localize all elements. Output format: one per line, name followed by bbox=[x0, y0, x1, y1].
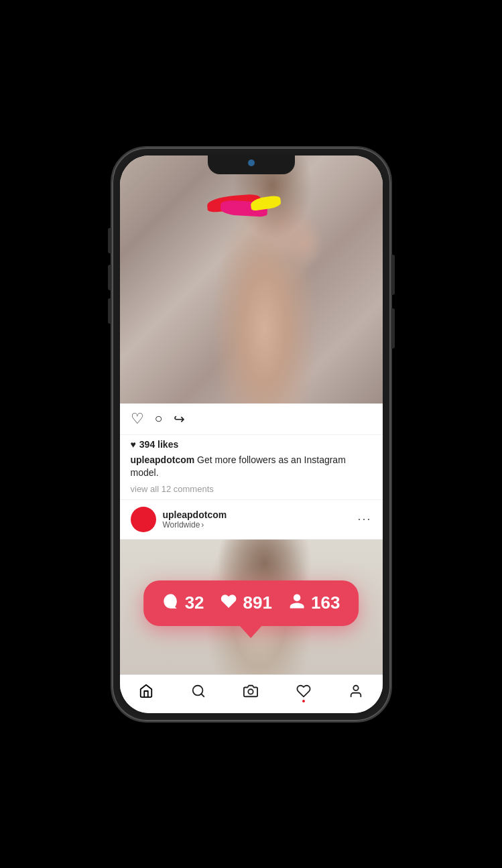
user-avatar bbox=[131, 507, 156, 532]
action-bar: ♡ ○ ↪ bbox=[120, 404, 383, 435]
bubble-heart-icon bbox=[221, 593, 238, 614]
nav-search-button[interactable] bbox=[191, 684, 206, 698]
likes-count: ♥ 394 likes bbox=[131, 439, 372, 450]
woman-figure bbox=[120, 156, 383, 404]
likes-section: ♥ 394 likes bbox=[120, 435, 383, 452]
svg-point-3 bbox=[354, 686, 359, 690]
bubble-like-item: 891 bbox=[221, 593, 272, 614]
heart-filled-icon: ♥ bbox=[131, 439, 136, 450]
post-image-top bbox=[120, 156, 383, 404]
phone-screen: ♡ ○ ↪ ♥ 394 likes upleapdotcom Get more … bbox=[120, 156, 383, 713]
like-button[interactable]: ♡ bbox=[131, 410, 144, 428]
nav-camera-button[interactable] bbox=[243, 684, 258, 698]
svg-point-2 bbox=[249, 689, 253, 694]
likes-number: 394 likes bbox=[139, 439, 178, 450]
bubble-follower-item: 163 bbox=[288, 593, 340, 614]
phone-shell: ♡ ○ ↪ ♥ 394 likes upleapdotcom Get more … bbox=[111, 146, 392, 723]
svg-line-1 bbox=[201, 694, 204, 696]
notch bbox=[208, 156, 295, 174]
nav-heart-button[interactable] bbox=[296, 684, 311, 698]
caption-username: upleapdotcom bbox=[131, 454, 195, 465]
bubble-comment-icon bbox=[162, 593, 180, 614]
user-name: upleapdotcom bbox=[163, 509, 227, 520]
bubble-comment-count: 32 bbox=[185, 593, 204, 613]
notification-bubble: 32 891 bbox=[143, 580, 359, 626]
bubble-follower-count: 163 bbox=[311, 593, 340, 613]
nav-heart-dot bbox=[302, 700, 305, 702]
more-options-button[interactable]: ··· bbox=[357, 512, 371, 526]
bubble-follower-icon bbox=[288, 593, 306, 614]
user-row: upleapdotcom Worldwide › ··· bbox=[120, 499, 383, 540]
bubble-like-count: 891 bbox=[243, 593, 272, 613]
bubble-comment-item: 32 bbox=[162, 593, 204, 614]
phone-container: ♡ ○ ↪ ♥ 394 likes upleapdotcom Get more … bbox=[0, 0, 502, 868]
user-location[interactable]: Worldwide › bbox=[163, 520, 227, 530]
nav-home-button[interactable] bbox=[139, 684, 153, 698]
nav-profile-button[interactable] bbox=[349, 684, 363, 698]
comment-button[interactable]: ○ bbox=[155, 411, 163, 426]
user-info: upleapdotcom Worldwide › bbox=[163, 509, 227, 530]
user-row-left: upleapdotcom Worldwide › bbox=[131, 507, 227, 532]
screen-content: ♡ ○ ↪ ♥ 394 likes upleapdotcom Get more … bbox=[120, 156, 383, 713]
notch-camera bbox=[248, 160, 255, 166]
bottom-nav bbox=[120, 674, 383, 713]
location-arrow-icon: › bbox=[201, 520, 204, 530]
caption: upleapdotcom Get more followers as an In… bbox=[120, 452, 383, 483]
share-button[interactable]: ↪ bbox=[174, 411, 185, 427]
paint-strokes bbox=[207, 196, 288, 229]
comments-link[interactable]: view all 12 comments bbox=[120, 483, 383, 499]
